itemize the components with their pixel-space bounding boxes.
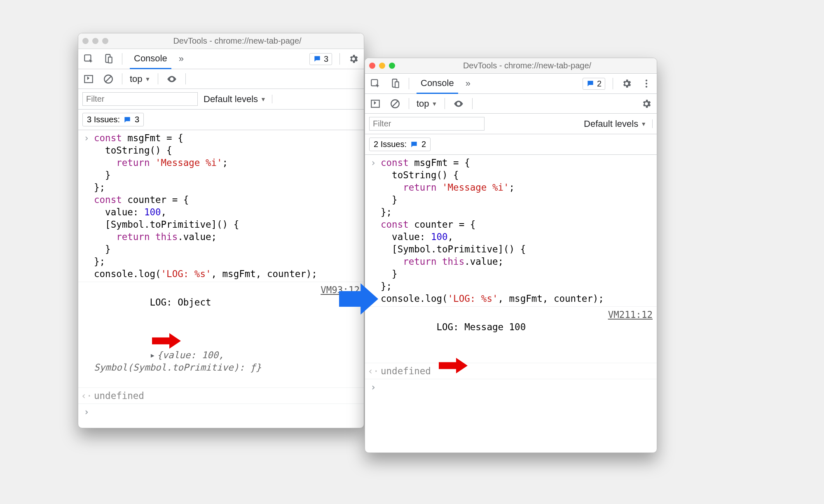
svg-line-16: [392, 100, 398, 107]
issues-badge-count: 3: [324, 54, 328, 64]
log-output: LOG: Message 100: [381, 308, 602, 361]
devtools-window-after: DevTools - chrome://new-tab-page/ Consol…: [365, 58, 657, 453]
console-log-row: LOG: Object ▸{value: 100, Symbol(Symbol.…: [78, 282, 364, 388]
svg-rect-3: [108, 57, 112, 63]
log-output: LOG: Object ▸{value: 100, Symbol(Symbol.…: [94, 284, 314, 386]
toggle-sidebar-icon[interactable]: [369, 98, 382, 110]
window-title: DevTools - chrome://new-tab-page/: [115, 36, 360, 46]
issues-badge-count: 2: [597, 79, 602, 89]
console-body[interactable]: › const msgFmt = { toString() { return '…: [78, 130, 364, 428]
issues-row: 2 Issues: 2: [365, 134, 657, 155]
object-preview[interactable]: ▸{value: 100, Symbol(Symbol.toPrimitive)…: [94, 350, 261, 373]
issues-row: 3 Issues: 3: [78, 110, 364, 130]
tabs-overflow-icon[interactable]: »: [179, 54, 184, 64]
devtools-window-before: DevTools - chrome://new-tab-page/ Consol…: [78, 33, 364, 428]
settings-gear-icon[interactable]: [347, 53, 360, 65]
settings-gear-icon[interactable]: [620, 77, 633, 90]
issues-pill[interactable]: 3 Issues: 3: [82, 113, 144, 126]
console-input-row: › const msgFmt = { toString() { return '…: [365, 155, 657, 307]
source-link[interactable]: VM211:12: [603, 308, 653, 321]
filter-input[interactable]: [369, 117, 485, 131]
issues-pill-count: 2: [421, 140, 426, 149]
tab-console[interactable]: Console: [417, 75, 458, 92]
inspect-icon[interactable]: [82, 53, 95, 65]
result-arrow-icon: ‹·: [368, 365, 379, 377]
code-block: const msgFmt = { toString() { return 'Me…: [94, 132, 358, 280]
log-levels-selector[interactable]: Default levels▼: [584, 119, 646, 129]
chevron-right-icon: ›: [81, 132, 92, 144]
issues-pill[interactable]: 2 Issues: 2: [369, 138, 431, 151]
svg-marker-7: [152, 333, 181, 349]
log-levels-selector[interactable]: Default levels▼: [204, 94, 266, 105]
issues-badge[interactable]: 2: [583, 78, 605, 90]
console-log-row: LOG: Message 100 VM211:12: [365, 307, 657, 363]
transition-arrow-icon: [339, 283, 378, 315]
svg-rect-4: [84, 75, 93, 82]
result-value: undefined: [381, 365, 651, 377]
window-traffic-lights[interactable]: [369, 63, 398, 69]
context-selector[interactable]: top▼: [130, 74, 150, 84]
live-expression-icon[interactable]: [166, 73, 178, 85]
svg-line-6: [105, 76, 111, 82]
console-input-row: › const msgFmt = { toString() { return '…: [78, 130, 364, 282]
console-prompt-row[interactable]: ›: [365, 379, 657, 395]
tab-console[interactable]: Console: [130, 51, 171, 67]
svg-point-13: [646, 86, 647, 87]
svg-rect-14: [371, 100, 379, 107]
zoom-dot-icon[interactable]: [389, 63, 395, 69]
device-toggle-icon[interactable]: [389, 77, 401, 90]
devtools-main-toolbar: Console » 2: [365, 74, 657, 94]
svg-rect-10: [395, 82, 399, 88]
highlight-arrow-icon: [439, 333, 468, 349]
console-filter-row: Default levels▼: [78, 89, 364, 110]
console-result-row: ‹· undefined: [365, 363, 657, 379]
live-expression-icon[interactable]: [452, 98, 465, 110]
window-title: DevTools - chrome://new-tab-page/: [402, 61, 653, 70]
console-prompt-row[interactable]: ›: [78, 404, 364, 420]
toggle-sidebar-icon[interactable]: [82, 73, 95, 85]
kebab-menu-icon[interactable]: [640, 77, 653, 90]
prompt-chevron-icon: ›: [81, 406, 92, 418]
issues-pill-count: 3: [135, 115, 139, 124]
result-value: undefined: [94, 390, 358, 402]
console-result-row: ‹· undefined: [78, 388, 364, 404]
chevron-right-icon: ›: [368, 156, 379, 169]
console-sub-toolbar: top▼: [78, 69, 364, 89]
inspect-icon[interactable]: [369, 77, 382, 90]
prompt-chevron-icon: ›: [368, 381, 379, 393]
window-titlebar[interactable]: DevTools - chrome://new-tab-page/: [365, 58, 657, 74]
clear-console-icon[interactable]: [102, 73, 115, 85]
svg-marker-0: [339, 283, 378, 315]
code-block: const msgFmt = { toString() { return 'Me…: [381, 156, 651, 305]
device-toggle-icon[interactable]: [102, 53, 115, 65]
console-filter-row: Default levels▼: [365, 114, 657, 134]
minimize-dot-icon[interactable]: [379, 63, 385, 69]
console-body[interactable]: › const msgFmt = { toString() { return '…: [365, 155, 657, 453]
tabs-overflow-icon[interactable]: »: [466, 78, 471, 89]
window-traffic-lights[interactable]: [82, 38, 112, 44]
result-arrow-icon: ‹·: [81, 390, 92, 402]
window-titlebar[interactable]: DevTools - chrome://new-tab-page/: [78, 33, 364, 49]
svg-point-12: [646, 83, 647, 84]
clear-console-icon[interactable]: [389, 98, 401, 110]
svg-marker-17: [439, 358, 468, 373]
issues-pill-label: 3 Issues:: [87, 115, 120, 124]
filter-input[interactable]: [82, 92, 198, 106]
issues-pill-label: 2 Issues:: [374, 140, 407, 149]
devtools-main-toolbar: Console » 3: [78, 49, 364, 69]
console-sub-toolbar: top▼: [365, 94, 657, 114]
highlight-arrow-icon: [152, 308, 181, 324]
context-selector[interactable]: top▼: [417, 98, 437, 109]
close-dot-icon[interactable]: [369, 63, 375, 69]
console-settings-gear-icon[interactable]: [640, 98, 653, 110]
svg-point-11: [646, 79, 647, 81]
issues-badge[interactable]: 3: [309, 53, 332, 65]
